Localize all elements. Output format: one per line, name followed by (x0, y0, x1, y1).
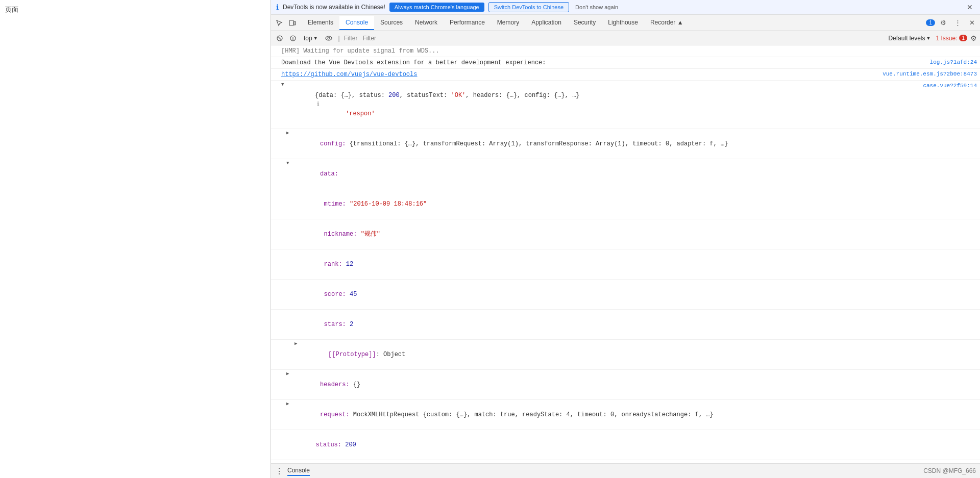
bottom-bar-dots-icon[interactable]: ⋮ (275, 466, 283, 476)
data-key: data: (290, 160, 977, 188)
nickname-line: nickname: "规伟" (271, 219, 980, 249)
score-line: score: 45 (271, 280, 980, 310)
data-prototype-content: [[Prototype]]: Object (299, 341, 977, 368)
tab-sources[interactable]: Sources (374, 16, 409, 30)
request-content: request: MockXMLHttpRequest {custom: {…}… (290, 401, 977, 429)
notification-close-button[interactable]: ✕ (965, 3, 975, 11)
tab-recorder[interactable]: Recorder ▲ (644, 16, 690, 30)
stars-line: stars: 2 (271, 310, 980, 340)
status-line: status: 200 (271, 430, 980, 460)
data-prototype-line: ▶ [[Prototype]]: Object (271, 340, 980, 370)
stars-content: stars: 2 (295, 311, 977, 338)
tab-lighthouse[interactable]: Lighthouse (602, 16, 644, 30)
more-options-icon[interactable]: ⋮ (951, 17, 964, 29)
tab-memory[interactable]: Memory (491, 16, 525, 30)
mtime-line: mtime: "2016-10-09 18:48:16" (271, 189, 980, 219)
headers-line: ▶ headers: {} (271, 370, 980, 400)
headers-content: headers: {} (290, 371, 977, 398)
console-line: https://github.com/vuejs/vue-devtools vu… (271, 69, 980, 81)
config-line: ▶ config: {transitional: {…}, transformR… (271, 129, 980, 159)
clear-console-icon[interactable] (274, 33, 285, 44)
tab-bar-end: 1 ⚙ ⋮ ✕ (926, 17, 978, 29)
tab-bar: Elements Console Sources Network Perform… (271, 15, 980, 31)
tab-bar-icons (273, 17, 299, 29)
always-match-button[interactable]: Always match Chrome's language (389, 3, 484, 12)
settings-icon[interactable]: ⚙ (937, 17, 949, 29)
svg-point-6 (292, 39, 293, 39)
nickname-content: nickname: "规伟" (295, 220, 977, 248)
notification-message: DevTools is now available in Chinese! (283, 4, 385, 11)
close-devtools-icon[interactable]: ✕ (966, 17, 978, 29)
rank-content: rank: 12 (295, 250, 977, 278)
main-object: {data: {…}, status: 200, statusText: 'OK… (285, 82, 919, 128)
notification-bar: ℹ DevTools is now available in Chinese! … (271, 0, 980, 15)
filter-label: Filter (344, 35, 358, 42)
page-area: 页面 (0, 0, 271, 478)
bottom-right-text: CSDN @MFG_666 (923, 467, 976, 474)
dropdown-arrow: ▼ (926, 36, 930, 41)
svg-rect-0 (289, 20, 293, 26)
context-arrow: ▼ (313, 36, 318, 41)
data-expand-line: ▼ data: (271, 159, 980, 189)
issue-badge[interactable]: 1 Issue: 1 (936, 35, 967, 42)
svg-rect-1 (294, 21, 296, 25)
expand-arrow-icon[interactable]: ▼ (281, 82, 284, 89)
vue-runtime-source[interactable]: vue.runtime.esm.js?2b0e:8473 (883, 70, 977, 79)
log-js-source[interactable]: log.js?1afd:24 (930, 58, 977, 67)
dont-show-link[interactable]: Don't show again (575, 4, 618, 10)
toolbar-end: Default levels ▼ 1 Issue: 1 ⚙ (886, 34, 977, 43)
config-content: config: {transitional: {…}, transformReq… (290, 130, 977, 158)
preserve-log-icon[interactable] (287, 33, 299, 44)
page-label: 页面 (5, 5, 18, 14)
devtools-panel: ℹ DevTools is now available in Chinese! … (271, 0, 980, 478)
tab-application[interactable]: Application (525, 16, 568, 30)
score-content: score: 45 (295, 281, 977, 308)
switch-devtools-button[interactable]: Switch DevTools to Chinese (488, 2, 569, 12)
mtime-content: mtime: "2016-10-09 18:48:16" (295, 190, 977, 218)
console-line: ▼ {data: {…}, status: 200, statusText: '… (271, 81, 980, 129)
console-settings-icon[interactable]: ⚙ (970, 34, 977, 42)
request-line: ▶ request: MockXMLHttpRequest {custom: {… (271, 400, 980, 430)
device-toolbar-icon[interactable] (286, 17, 299, 29)
data-expand-icon[interactable]: ▼ (286, 160, 289, 167)
context-selector[interactable]: top ▼ (301, 34, 321, 43)
request-expand-icon[interactable]: ▶ (286, 401, 289, 408)
filter-input[interactable] (359, 34, 884, 43)
tab-badge: 1 (926, 19, 935, 26)
tab-network[interactable]: Network (409, 16, 444, 30)
hmr-message: [HMR] Waiting for update signal from WDS… (281, 46, 977, 56)
svg-point-7 (326, 36, 332, 40)
tab-performance[interactable]: Performance (444, 16, 491, 30)
status-content: status: 200 (286, 431, 977, 459)
context-label: top (304, 35, 312, 42)
console-toolbar: top ▼ | Filter Default levels ▼ 1 Issue:… (271, 31, 980, 45)
svg-line-3 (278, 37, 281, 40)
svg-point-8 (328, 37, 330, 39)
case-vue-source[interactable]: case.vue?2f59:14 (923, 82, 977, 90)
config-expand-icon[interactable]: ▶ (286, 130, 289, 137)
vue-devtools-link[interactable]: https://github.com/vuejs/vue-devtools (281, 70, 878, 79)
tab-console[interactable]: Console (339, 16, 374, 30)
data-prototype-expand-icon[interactable]: ▶ (295, 341, 297, 348)
tab-security[interactable]: Security (568, 16, 602, 30)
headers-expand-icon[interactable]: ▶ (286, 371, 289, 378)
tab-elements[interactable]: Elements (302, 16, 339, 30)
console-output[interactable]: [HMR] Waiting for update signal from WDS… (271, 45, 980, 463)
issue-count: 1 (959, 35, 967, 41)
inspect-element-icon[interactable] (273, 17, 285, 29)
bottom-console-label[interactable]: Console (287, 466, 310, 476)
eye-icon[interactable] (323, 33, 334, 44)
info-icon: ℹ (276, 3, 279, 11)
rank-line: rank: 12 (271, 249, 980, 280)
default-levels-dropdown[interactable]: Default levels ▼ (886, 34, 933, 43)
bottom-bar: ⋮ Console CSDN @MFG_666 (271, 463, 980, 478)
console-line: Download the Vue Devtools extension for … (271, 57, 980, 69)
download-message: Download the Vue Devtools extension for … (281, 58, 926, 67)
default-levels-label: Default levels (888, 35, 925, 42)
issue-text: 1 Issue: (936, 35, 957, 42)
console-line: [HMR] Waiting for update signal from WDS… (271, 45, 980, 57)
